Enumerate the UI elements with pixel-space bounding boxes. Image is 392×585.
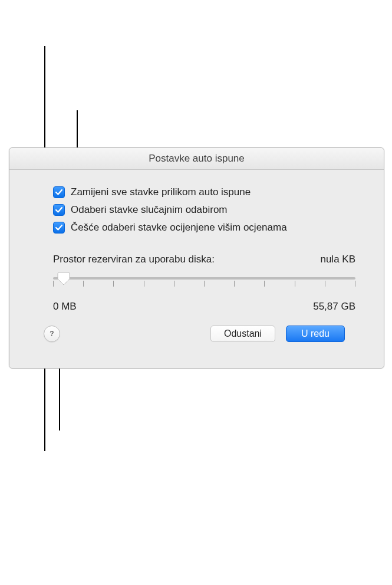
checkbox-higher-rated[interactable] [53, 222, 65, 234]
checkmark-icon [55, 224, 63, 232]
ok-button[interactable]: U redu [286, 326, 345, 342]
checkbox-row-higher-rated: Češće odaberi stavke ocijenjene višim oc… [53, 222, 361, 234]
dialog-content: Zamijeni sve stavke prilikom auto ispune… [9, 170, 384, 368]
autofill-settings-dialog: Postavke auto ispune Zamijeni sve stavke… [9, 147, 384, 369]
checkbox-label: Zamijeni sve stavke prilikom auto ispune [71, 186, 251, 198]
svg-text:?: ? [50, 330, 54, 338]
help-icon: ? [47, 329, 57, 338]
slider-label: Prostor rezerviran za uporabu diska: [53, 254, 215, 265]
slider-range-row: 0 MB 55,87 GB [53, 301, 355, 313]
dialog-title-text: Postavke auto ispune [149, 153, 245, 164]
slider-track [53, 277, 355, 280]
slider-max-label: 55,87 GB [313, 301, 355, 313]
cancel-button-label: Odustani [224, 328, 262, 339]
checkbox-row-replace-all: Zamijeni sve stavke prilikom auto ispune [53, 186, 361, 198]
slider-value: nula KB [320, 254, 355, 265]
checkbox-replace-all[interactable] [53, 186, 65, 198]
ok-button-label: U redu [301, 328, 330, 339]
slider-thumb-icon [57, 271, 70, 285]
slider-thumb[interactable] [57, 271, 70, 285]
checkbox-label: Odaberi stavke slučajnim odabirom [71, 204, 228, 216]
checkbox-row-random: Odaberi stavke slučajnim odabirom [53, 204, 361, 216]
slider-min-label: 0 MB [53, 301, 77, 313]
checkbox-random[interactable] [53, 204, 65, 216]
disk-space-slider[interactable] [53, 272, 355, 296]
dialog-title: Postavke auto ispune [9, 148, 384, 170]
disk-space-slider-section: Prostor rezerviran za uporabu diska: nul… [53, 254, 355, 313]
dialog-footer: ? Odustani U redu [32, 313, 361, 355]
checkbox-label: Češće odaberi stavke ocijenjene višim oc… [71, 222, 287, 234]
checkmark-icon [55, 206, 63, 214]
cancel-button[interactable]: Odustani [210, 326, 275, 342]
slider-label-row: Prostor rezerviran za uporabu diska: nul… [53, 254, 355, 265]
checkmark-icon [55, 188, 63, 196]
slider-ticks [53, 281, 355, 288]
help-button[interactable]: ? [44, 326, 60, 342]
